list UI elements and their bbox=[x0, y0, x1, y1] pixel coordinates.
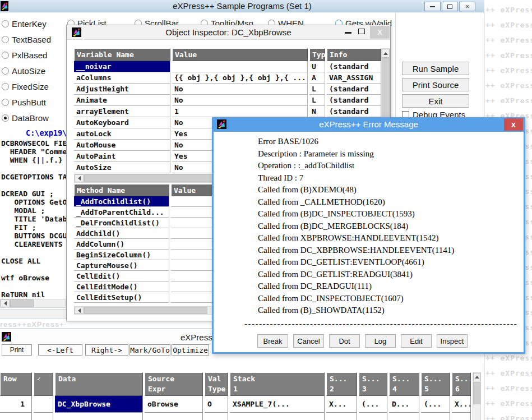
var-value-cell[interactable]: No bbox=[172, 95, 308, 106]
empty-cell[interactable] bbox=[34, 413, 53, 420]
stack2-cell[interactable]: X... bbox=[326, 396, 357, 413]
stack5-cell[interactable]: (... bbox=[421, 396, 450, 413]
empty-cell[interactable] bbox=[389, 413, 419, 420]
column-header[interactable]: Variable Name bbox=[74, 48, 170, 61]
method-name-cell[interactable]: _AddToParentChild... bbox=[74, 207, 169, 218]
watch-row[interactable]: 1 DC_XbpBrowse oBrowse O XSAMPLE_7(... X… bbox=[0, 396, 471, 413]
exit-button[interactable]: Exit bbox=[402, 94, 469, 108]
watch-row-empty[interactable] bbox=[0, 413, 471, 420]
method-name-cell[interactable]: CellEditSetup() bbox=[74, 292, 169, 303]
stack4-cell[interactable]: D... bbox=[389, 396, 419, 413]
column-header[interactable]: Row bbox=[0, 372, 32, 396]
close-button[interactable]: × bbox=[459, 2, 475, 11]
break-button[interactable]: Break bbox=[257, 334, 288, 348]
column-header[interactable]: S...4 bbox=[389, 372, 419, 396]
column-header[interactable]: S...3 bbox=[359, 372, 387, 396]
method-name-cell[interactable]: AddChild() bbox=[74, 228, 169, 239]
column-header[interactable]: Data bbox=[55, 372, 143, 396]
print-source-button[interactable]: Print Source bbox=[402, 78, 469, 91]
var-info-cell[interactable]: (standard bbox=[327, 106, 381, 117]
var-type-cell[interactable]: L bbox=[309, 95, 325, 106]
var-type-cell[interactable]: L bbox=[309, 84, 325, 95]
method-name-cell[interactable]: _DelFromChildlist() bbox=[74, 218, 169, 228]
method-name-cell[interactable]: CaptureMouse() bbox=[74, 260, 169, 271]
empty-cell[interactable] bbox=[0, 413, 32, 420]
scroll-thumb[interactable] bbox=[84, 307, 207, 314]
source-expr-cell[interactable]: oBrowse bbox=[145, 396, 203, 413]
inspector-minimize-button[interactable] bbox=[345, 32, 351, 34]
stack3-cell[interactable]: (... bbox=[359, 396, 387, 413]
radio-pxlbased[interactable]: PxlBased bbox=[2, 50, 47, 60]
var-value-cell[interactable]: {{ obj },{ obj },{ obj },{ ... bbox=[172, 72, 308, 84]
scroll-left-button[interactable] bbox=[1, 299, 10, 307]
empty-cell[interactable] bbox=[55, 413, 143, 420]
column-header[interactable]: ✓ bbox=[34, 372, 53, 396]
stack1-cell[interactable]: XSAMPLE_7(... bbox=[230, 396, 325, 413]
variable-row[interactable]: __noivar U (standard bbox=[74, 61, 381, 72]
column-header[interactable]: S...2 bbox=[326, 372, 357, 396]
column-header[interactable]: S...5 bbox=[421, 372, 450, 396]
empty-cell[interactable] bbox=[145, 413, 203, 420]
column-header[interactable]: Type bbox=[309, 48, 325, 61]
column-header[interactable]: Value bbox=[172, 48, 308, 61]
var-type-cell[interactable]: N bbox=[309, 106, 325, 117]
empty-cell[interactable] bbox=[205, 413, 228, 420]
edit-button[interactable]: Edit bbox=[401, 334, 432, 348]
optimize-button[interactable]: Optimize bbox=[172, 344, 209, 356]
method-name-cell[interactable]: BeginSizeColumn() bbox=[74, 250, 169, 260]
column-header[interactable]: Info bbox=[327, 48, 381, 61]
var-name-cell[interactable]: aColumns bbox=[74, 72, 170, 84]
var-value-cell[interactable]: No bbox=[172, 84, 308, 95]
dot-button[interactable]: Dot bbox=[329, 334, 360, 348]
scroll-up-button[interactable] bbox=[473, 373, 480, 381]
scroll-thumb[interactable] bbox=[10, 299, 34, 307]
var-name-cell[interactable]: AutoSize bbox=[74, 162, 170, 173]
code-hscrollbar[interactable] bbox=[0, 299, 66, 308]
error-close-button[interactable]: x bbox=[504, 118, 523, 131]
radio-textbased[interactable]: TextBased bbox=[2, 35, 51, 44]
var-name-cell[interactable]: __noivar bbox=[74, 61, 170, 72]
variable-row[interactable]: Animate No L (standard bbox=[74, 95, 381, 106]
inspect-button[interactable]: Inspect bbox=[437, 334, 468, 348]
right-button[interactable]: Right-> bbox=[85, 344, 128, 356]
column-header[interactable]: Stack1 bbox=[230, 372, 325, 396]
row-num-cell[interactable]: 1 bbox=[0, 396, 32, 413]
column-header[interactable]: S...6 bbox=[452, 372, 471, 396]
column-header[interactable]: Method Name bbox=[74, 184, 169, 196]
var-name-cell[interactable]: AutoKeyboard bbox=[74, 117, 170, 128]
var-info-cell[interactable]: (standard bbox=[327, 95, 381, 106]
var-info-cell[interactable]: VAR_ASSIGN bbox=[327, 72, 381, 84]
variable-row[interactable]: aColumns {{ obj },{ obj },{ obj },{ ... … bbox=[74, 72, 381, 84]
empty-cell[interactable] bbox=[421, 413, 450, 420]
scroll-left-button[interactable] bbox=[75, 307, 84, 314]
variable-row[interactable]: arrayElement 1 N (standard bbox=[74, 106, 381, 117]
empty-cell[interactable] bbox=[452, 413, 471, 420]
var-name-cell[interactable]: Animate bbox=[74, 95, 170, 106]
var-name-cell[interactable]: arrayElement bbox=[74, 106, 170, 117]
val-type-cell[interactable]: O bbox=[205, 396, 228, 413]
var-type-cell[interactable]: A bbox=[309, 72, 325, 84]
left-button[interactable]: <-Left bbox=[38, 344, 82, 356]
var-value-cell[interactable]: 1 bbox=[172, 106, 308, 117]
method-name-cell[interactable]: _AddToChildlist() bbox=[74, 196, 169, 207]
cancel-button[interactable]: Cancel bbox=[293, 334, 324, 348]
radio-databrow[interactable]: DataBrow bbox=[2, 113, 49, 123]
radio-fixedsize[interactable]: FixedSize bbox=[2, 82, 49, 91]
scroll-up-button[interactable] bbox=[382, 49, 390, 58]
scroll-left-button[interactable] bbox=[75, 174, 84, 182]
print-button[interactable]: Print bbox=[2, 344, 32, 356]
var-name-cell[interactable]: AutoMouse bbox=[74, 140, 170, 151]
inspector-maximize-button[interactable] bbox=[358, 29, 365, 34]
run-sample-button[interactable]: Run Sample bbox=[402, 62, 469, 75]
empty-cell[interactable] bbox=[230, 413, 325, 420]
var-name-cell[interactable]: autoLock bbox=[74, 128, 170, 140]
method-name-cell[interactable]: CellEdit() bbox=[74, 271, 169, 281]
variable-row[interactable]: AdjustHeight No L (standard bbox=[74, 84, 381, 95]
mark-goto-button[interactable]: Mark/GoTo bbox=[129, 344, 170, 356]
data-cell[interactable]: DC_XbpBrowse bbox=[55, 396, 143, 413]
minimize-button[interactable] bbox=[424, 2, 441, 11]
inspector-close-button[interactable]: X bbox=[370, 26, 390, 39]
var-info-cell[interactable]: (standard bbox=[327, 61, 381, 72]
column-header[interactable]: SourceExpr bbox=[145, 372, 203, 396]
empty-cell[interactable] bbox=[359, 413, 387, 420]
